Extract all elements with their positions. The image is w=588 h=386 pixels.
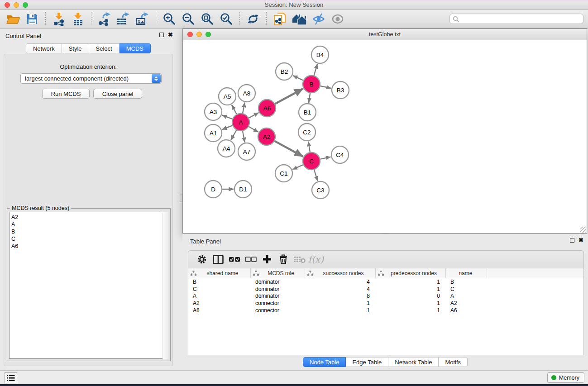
export-network-icon[interactable] bbox=[97, 11, 112, 27]
mcds-result-item[interactable]: B bbox=[11, 228, 168, 235]
graph-edge-A-A5[interactable] bbox=[232, 105, 237, 114]
add-column-icon[interactable] bbox=[259, 252, 275, 267]
network-canvas[interactable]: B4B2BB3A5A8A6B1A3AC2A1A2A4A7C4CC1C3DD1 bbox=[183, 40, 587, 233]
graph-edge-A-A3[interactable] bbox=[222, 115, 233, 119]
toolbar-separator bbox=[91, 12, 91, 26]
graph-node-label: B1 bbox=[304, 109, 311, 116]
graph-edge-A-A6[interactable] bbox=[249, 113, 259, 118]
task-history-button[interactable] bbox=[5, 372, 17, 383]
export-table-icon[interactable] bbox=[116, 11, 131, 27]
graph-edge-C-C3[interactable] bbox=[314, 170, 318, 181]
table-row[interactable]: A6connector11A6 bbox=[188, 307, 583, 314]
column-chooser-icon[interactable] bbox=[210, 252, 226, 267]
new-network-from-selection-icon[interactable] bbox=[272, 11, 287, 27]
memory-button[interactable]: Memory bbox=[547, 372, 584, 383]
settings-gear-icon[interactable] bbox=[194, 252, 210, 267]
export-image-icon[interactable] bbox=[135, 11, 150, 27]
network-window-titlebar[interactable]: testGlobe.txt bbox=[183, 29, 587, 40]
tab-mcds[interactable]: MCDS bbox=[120, 43, 151, 53]
graph-edge-B-B2[interactable] bbox=[293, 76, 303, 81]
search-box[interactable] bbox=[449, 14, 583, 24]
column-header-predecessor-nodes[interactable]: predecessor nodes bbox=[376, 268, 446, 278]
zoom-in-icon[interactable] bbox=[162, 11, 177, 27]
table-row[interactable]: Adominator80A bbox=[188, 293, 583, 300]
column-header-name[interactable]: name bbox=[446, 268, 487, 278]
function-builder-icon[interactable]: f(x) bbox=[308, 252, 324, 267]
refresh-icon[interactable] bbox=[245, 11, 261, 27]
search-input[interactable] bbox=[459, 14, 583, 24]
cell-name: B bbox=[446, 279, 487, 285]
window-resize-grip[interactable] bbox=[580, 227, 586, 233]
toolbar-separator bbox=[156, 12, 156, 26]
zoom-selected-icon[interactable] bbox=[219, 11, 234, 27]
column-header-MCDS-role[interactable]: MCDS role bbox=[251, 268, 305, 278]
save-session-icon[interactable] bbox=[24, 11, 40, 27]
toolbar-separator bbox=[266, 12, 267, 26]
zoom-out-icon[interactable] bbox=[181, 11, 196, 27]
mcds-result-list[interactable]: A2ABCA6 bbox=[9, 212, 168, 359]
table-row[interactable]: Cdominator41C bbox=[188, 286, 583, 293]
mcds-result-item[interactable]: C bbox=[11, 235, 168, 243]
network-graph: B4B2BB3A5A8A6B1A3AC2A1A2A4A7C4CC1C3DD1 bbox=[183, 40, 587, 233]
import-table-icon[interactable] bbox=[70, 11, 86, 27]
select-all-rows-icon[interactable] bbox=[226, 252, 243, 267]
tab-select[interactable]: Select bbox=[89, 43, 120, 53]
graph-node-label: A8 bbox=[243, 90, 251, 97]
cell-MCDS-role: dominator bbox=[251, 286, 305, 292]
tab-network[interactable]: Network bbox=[26, 43, 62, 53]
graph-edge-C-C4[interactable] bbox=[320, 157, 331, 159]
graph-edge-A-A2[interactable] bbox=[249, 127, 258, 132]
criterion-value: largest connected component (directed) bbox=[25, 75, 129, 82]
criterion-dropdown[interactable]: largest connected component (directed) bbox=[20, 73, 162, 84]
graph-edge-B-B1[interactable] bbox=[309, 93, 310, 103]
tab-network-table[interactable]: Network Table bbox=[388, 357, 439, 367]
mcds-tab-content: Optimization criterion: largest connecte… bbox=[4, 54, 173, 366]
graph-edge-C-C1[interactable] bbox=[292, 165, 303, 169]
close-panel-icon[interactable]: ✖ bbox=[168, 33, 173, 37]
graph-node-label: D1 bbox=[239, 186, 247, 193]
mcds-result-item[interactable]: A bbox=[11, 221, 168, 228]
table-row[interactable]: Bdominator41B bbox=[188, 278, 583, 286]
control-panel: Control Panel ✖ NetworkStyleSelectMCDS O… bbox=[0, 29, 177, 369]
close-table-panel-icon[interactable]: ✖ bbox=[578, 238, 583, 243]
tab-edge-table[interactable]: Edge Table bbox=[346, 357, 388, 367]
graph-edge-A-A8[interactable] bbox=[243, 103, 245, 114]
show-graphics-details-icon[interactable] bbox=[330, 11, 345, 27]
hide-graphics-details-icon[interactable] bbox=[311, 11, 326, 27]
splitter-grip-vertical[interactable] bbox=[180, 195, 182, 202]
column-header-successor-nodes[interactable]: successor nodes bbox=[305, 268, 376, 278]
result-scrollbar[interactable] bbox=[163, 212, 168, 359]
graph-node-label: C4 bbox=[336, 152, 344, 158]
graph-edge-B-B4[interactable] bbox=[314, 64, 317, 76]
import-network-icon[interactable] bbox=[51, 11, 67, 27]
tab-node-table[interactable]: Node Table bbox=[303, 357, 346, 367]
graph-node-label: C1 bbox=[280, 170, 287, 177]
close-panel-button[interactable]: Close panel bbox=[93, 89, 142, 99]
open-session-icon[interactable] bbox=[5, 11, 21, 27]
tab-style[interactable]: Style bbox=[62, 43, 89, 53]
column-header-shared-name[interactable]: shared name bbox=[188, 268, 251, 278]
float-panel-icon[interactable] bbox=[159, 33, 164, 37]
table-toolbar: f(x) bbox=[188, 250, 584, 268]
home-icon[interactable] bbox=[291, 11, 307, 27]
delete-table-icon[interactable] bbox=[292, 252, 308, 267]
mcds-result-item[interactable]: A2 bbox=[11, 214, 168, 221]
mcds-result-item[interactable]: A6 bbox=[11, 243, 168, 250]
graph-edge-A6-B[interactable] bbox=[275, 89, 303, 104]
cell-predecessor-nodes: 0 bbox=[376, 293, 446, 299]
graph-edge-C-C2[interactable] bbox=[308, 142, 310, 152]
zoom-fit-icon[interactable] bbox=[200, 11, 215, 27]
table-panel-title: Table Panel bbox=[190, 238, 221, 245]
graph-edge-A-A4[interactable] bbox=[231, 130, 236, 140]
tab-motifs[interactable]: Motifs bbox=[439, 357, 468, 367]
table-row[interactable]: A2connector11A2 bbox=[188, 300, 583, 307]
float-table-panel-icon[interactable] bbox=[570, 238, 574, 243]
graph-edge-A-A7[interactable] bbox=[243, 131, 245, 143]
graph-edge-B-B3[interactable] bbox=[320, 86, 331, 88]
graph-edge-A-A1[interactable] bbox=[222, 125, 233, 129]
run-mcds-button[interactable]: Run MCDS bbox=[42, 89, 90, 99]
graph-node-label: A5 bbox=[224, 93, 231, 100]
delete-column-icon[interactable] bbox=[275, 252, 292, 267]
graph-edge-A2-C[interactable] bbox=[275, 141, 303, 157]
deselect-all-rows-icon[interactable] bbox=[243, 252, 259, 267]
